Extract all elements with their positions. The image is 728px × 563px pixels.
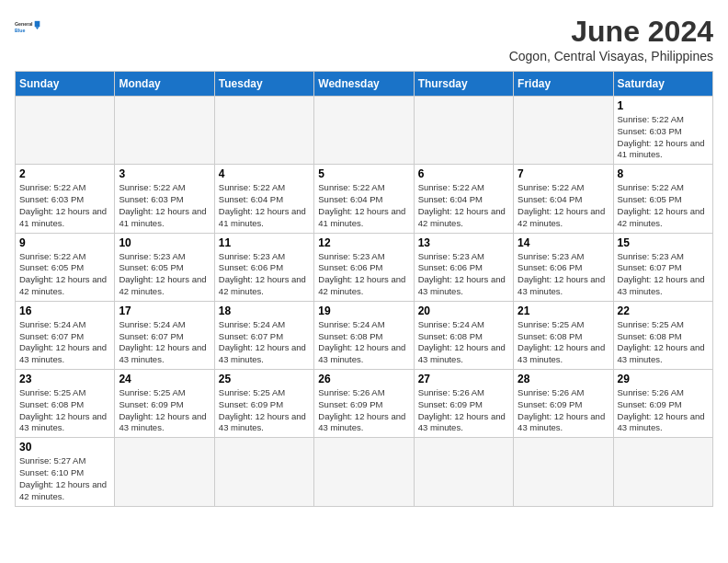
day-number: 10 [119,236,210,249]
day-number: 9 [19,236,110,249]
calendar-row: 30Sunrise: 5:27 AMSunset: 6:10 PMDayligh… [16,438,713,506]
calendar-cell [514,97,613,165]
day-number: 23 [19,373,110,385]
day-number: 3 [119,167,210,180]
calendar-cell: 18Sunrise: 5:24 AMSunset: 6:07 PMDayligh… [214,301,313,369]
calendar-cell [115,97,214,165]
day-info: Sunrise: 5:22 AMSunset: 6:04 PMDaylight:… [518,182,609,229]
calendar-cell [613,438,712,506]
calendar-cell: 1Sunrise: 5:22 AMSunset: 6:03 PMDaylight… [613,97,712,165]
day-number: 28 [518,373,609,385]
weekday-header-row: Sunday Monday Tuesday Wednesday Thursday… [16,72,713,97]
calendar-cell [514,438,613,506]
calendar-cell: 24Sunrise: 5:25 AMSunset: 6:09 PMDayligh… [115,370,214,438]
calendar-cell: 4Sunrise: 5:22 AMSunset: 6:04 PMDaylight… [214,165,313,233]
day-info: Sunrise: 5:26 AMSunset: 6:09 PMDaylight:… [418,387,509,434]
calendar-cell: 28Sunrise: 5:26 AMSunset: 6:09 PMDayligh… [514,370,613,438]
svg-marker-3 [35,27,39,29]
calendar-cell: 17Sunrise: 5:24 AMSunset: 6:07 PMDayligh… [115,301,214,369]
calendar-cell [314,438,414,506]
day-info: Sunrise: 5:22 AMSunset: 6:05 PMDaylight:… [618,182,709,229]
day-info: Sunrise: 5:24 AMSunset: 6:07 PMDaylight:… [119,319,210,366]
calendar-cell: 25Sunrise: 5:25 AMSunset: 6:09 PMDayligh… [214,370,313,438]
day-number: 21 [518,304,609,317]
day-number: 16 [19,304,110,317]
calendar: Sunday Monday Tuesday Wednesday Thursday… [15,71,713,507]
day-info: Sunrise: 5:23 AMSunset: 6:06 PMDaylight:… [318,251,409,298]
calendar-cell [414,438,513,506]
calendar-cell: 14Sunrise: 5:23 AMSunset: 6:06 PMDayligh… [514,233,613,301]
day-number: 11 [219,236,310,249]
day-info: Sunrise: 5:24 AMSunset: 6:07 PMDaylight:… [19,319,110,366]
day-info: Sunrise: 5:25 AMSunset: 6:09 PMDaylight:… [119,387,210,434]
day-number: 8 [618,167,709,180]
header-saturday: Saturday [613,72,712,97]
calendar-cell: 30Sunrise: 5:27 AMSunset: 6:10 PMDayligh… [16,438,115,506]
day-info: Sunrise: 5:23 AMSunset: 6:05 PMDaylight:… [119,251,210,298]
day-info: Sunrise: 5:23 AMSunset: 6:06 PMDaylight:… [518,251,609,298]
day-info: Sunrise: 5:22 AMSunset: 6:04 PMDaylight:… [219,182,310,229]
day-number: 17 [119,304,210,317]
day-info: Sunrise: 5:23 AMSunset: 6:06 PMDaylight:… [418,251,509,298]
calendar-cell: 9Sunrise: 5:22 AMSunset: 6:05 PMDaylight… [16,233,115,301]
logo: GeneralBlue [15,15,40,40]
day-info: Sunrise: 5:22 AMSunset: 6:03 PMDaylight:… [19,182,110,229]
svg-text:General: General [15,21,33,27]
calendar-cell: 20Sunrise: 5:24 AMSunset: 6:08 PMDayligh… [414,301,513,369]
header-sunday: Sunday [16,72,115,97]
day-number: 20 [418,304,509,317]
day-number: 1 [618,99,709,112]
calendar-row: 1Sunrise: 5:22 AMSunset: 6:03 PMDaylight… [16,97,713,165]
day-number: 7 [518,167,609,180]
day-number: 24 [119,373,210,385]
calendar-cell: 7Sunrise: 5:22 AMSunset: 6:04 PMDaylight… [514,165,613,233]
day-info: Sunrise: 5:22 AMSunset: 6:03 PMDaylight:… [618,114,709,161]
location-subtitle: Cogon, Central Visayas, Philippines [509,49,713,63]
day-number: 27 [418,373,509,385]
day-number: 22 [618,304,709,317]
header-tuesday: Tuesday [214,72,313,97]
calendar-cell: 16Sunrise: 5:24 AMSunset: 6:07 PMDayligh… [16,301,115,369]
calendar-row: 16Sunrise: 5:24 AMSunset: 6:07 PMDayligh… [16,301,713,369]
day-info: Sunrise: 5:22 AMSunset: 6:03 PMDaylight:… [119,182,210,229]
calendar-row: 2Sunrise: 5:22 AMSunset: 6:03 PMDaylight… [16,165,713,233]
day-info: Sunrise: 5:24 AMSunset: 6:08 PMDaylight:… [418,319,509,366]
day-info: Sunrise: 5:24 AMSunset: 6:07 PMDaylight:… [219,319,310,366]
header-friday: Friday [514,72,613,97]
day-number: 30 [19,441,110,454]
day-info: Sunrise: 5:23 AMSunset: 6:06 PMDaylight:… [219,251,310,298]
calendar-cell: 29Sunrise: 5:26 AMSunset: 6:09 PMDayligh… [613,370,712,438]
calendar-row: 9Sunrise: 5:22 AMSunset: 6:05 PMDaylight… [16,233,713,301]
calendar-cell: 5Sunrise: 5:22 AMSunset: 6:04 PMDaylight… [314,165,414,233]
calendar-cell: 11Sunrise: 5:23 AMSunset: 6:06 PMDayligh… [214,233,313,301]
day-info: Sunrise: 5:27 AMSunset: 6:10 PMDaylight:… [19,455,110,502]
day-info: Sunrise: 5:25 AMSunset: 6:08 PMDaylight:… [19,387,110,434]
svg-text:Blue: Blue [15,28,25,33]
day-info: Sunrise: 5:25 AMSunset: 6:09 PMDaylight:… [219,387,310,434]
calendar-cell [314,97,414,165]
day-number: 13 [418,236,509,249]
calendar-cell: 22Sunrise: 5:25 AMSunset: 6:08 PMDayligh… [613,301,712,369]
calendar-row: 23Sunrise: 5:25 AMSunset: 6:08 PMDayligh… [16,370,713,438]
calendar-cell: 12Sunrise: 5:23 AMSunset: 6:06 PMDayligh… [314,233,414,301]
calendar-cell [414,97,513,165]
day-number: 6 [418,167,509,180]
header-monday: Monday [115,72,214,97]
day-info: Sunrise: 5:24 AMSunset: 6:08 PMDaylight:… [318,319,409,366]
day-info: Sunrise: 5:22 AMSunset: 6:04 PMDaylight:… [418,182,509,229]
calendar-cell: 3Sunrise: 5:22 AMSunset: 6:03 PMDaylight… [115,165,214,233]
day-number: 26 [318,373,409,385]
day-info: Sunrise: 5:22 AMSunset: 6:04 PMDaylight:… [318,182,409,229]
calendar-cell: 8Sunrise: 5:22 AMSunset: 6:05 PMDaylight… [613,165,712,233]
day-number: 29 [618,373,709,385]
header-thursday: Thursday [414,72,513,97]
calendar-cell [16,97,115,165]
day-info: Sunrise: 5:26 AMSunset: 6:09 PMDaylight:… [318,387,409,434]
svg-marker-2 [35,21,40,27]
day-info: Sunrise: 5:25 AMSunset: 6:08 PMDaylight:… [618,319,709,366]
calendar-cell [214,97,313,165]
month-title: June 2024 [509,15,713,49]
day-number: 12 [318,236,409,249]
day-number: 15 [618,236,709,249]
day-number: 19 [318,304,409,317]
